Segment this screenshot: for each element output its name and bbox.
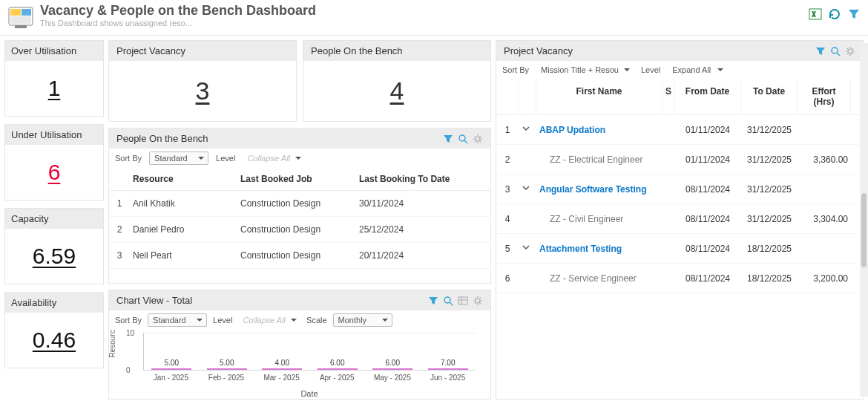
chevron-down-icon[interactable] — [522, 125, 530, 135]
row-index: 2 — [109, 217, 130, 242]
kpi-value[interactable]: 1 — [5, 61, 103, 116]
card-project-vacancy: Project Vacancy Sort By Mission Title + … — [496, 40, 864, 400]
pv-table: First Name S From Date To Date Effort (H… — [496, 79, 863, 399]
cell-from-date: 08/11/2024 — [674, 177, 741, 202]
cell-from-date: 01/11/2024 — [674, 117, 741, 143]
bar-value-label: 7.00 — [441, 359, 455, 367]
chart-bar[interactable]: 6.00 — [370, 359, 415, 370]
row-index: 4 — [496, 206, 519, 232]
kpi-column: Over Utilisation 1 Under Utilisation 6 C… — [4, 40, 104, 400]
table-row[interactable]: 3Neil PeartConstruction Design20/11/2024 — [109, 243, 490, 269]
sort-by-select[interactable]: Standard — [148, 313, 207, 327]
level-label: Level — [216, 154, 235, 163]
card-title: People On the Bench — [116, 133, 208, 144]
filter-icon[interactable] — [428, 296, 438, 306]
cell-to-date: 31/12/2025 — [741, 177, 798, 202]
search-icon[interactable] — [830, 46, 841, 56]
page-scrollbar-thumb[interactable] — [861, 193, 867, 267]
kpi-over-utilisation: Over Utilisation 1 — [4, 40, 104, 117]
kpi-value[interactable]: 0.46 — [5, 313, 103, 368]
table-row[interactable]: 2Daniel PedroConstruction Design25/12/20… — [109, 217, 490, 243]
cell-first-name[interactable]: ABAP Updation — [539, 125, 605, 135]
gear-icon[interactable] — [845, 46, 855, 56]
card-chart-view-total: Chart View - Total Sort By Standard Leve… — [108, 290, 491, 400]
table-row[interactable]: 5Attachment Testing08/11/202418/12/2025 — [496, 234, 863, 264]
kpi-label: Under Utilisation — [5, 125, 103, 145]
row-index: 3 — [109, 243, 130, 268]
card-value[interactable]: 4 — [303, 61, 490, 121]
row-index: 6 — [496, 266, 519, 291]
card-title: Project Vacancy — [504, 45, 573, 56]
table-row[interactable]: 3Angular Software Testing08/11/202431/12… — [496, 175, 863, 204]
col-first-name[interactable]: First Name — [536, 79, 662, 114]
gear-icon[interactable] — [473, 134, 483, 144]
chart-bar[interactable]: 5.00 — [149, 359, 194, 370]
table-row[interactable]: 1Anil KhatikConstruction Design30/11/202… — [109, 191, 490, 217]
chevron-down-icon[interactable] — [522, 244, 530, 254]
chart-bar[interactable]: 4.00 — [260, 359, 304, 370]
cell-from-date: 08/11/2024 — [674, 236, 741, 261]
chart-bar[interactable]: 5.00 — [205, 359, 249, 370]
chart-bar[interactable]: 6.00 — [315, 359, 360, 370]
col-to-date[interactable]: To Date — [741, 79, 798, 114]
sort-by-select[interactable]: Standard — [149, 152, 208, 165]
search-icon[interactable] — [443, 296, 453, 306]
card-value[interactable]: 3 — [109, 61, 296, 121]
row-index: 1 — [109, 191, 130, 216]
kpi-label: Capacity — [5, 209, 103, 229]
card-project-vacancy-mini: Project Vacancy 3 — [108, 40, 297, 122]
x-labels: Jan - 2025Feb - 2025Mar - 2025Apr - 2025… — [143, 374, 476, 382]
col-resource[interactable]: Resource — [130, 168, 237, 190]
table-view-icon[interactable] — [458, 296, 468, 306]
svg-rect-3 — [10, 16, 31, 24]
filter-icon[interactable] — [815, 46, 826, 56]
cell-effort-hrs: 3,360.00 — [798, 147, 851, 172]
col-from-date[interactable]: From Date — [674, 79, 741, 114]
cell-effort-hrs: 3,200.00 — [798, 266, 851, 291]
chart-bar[interactable]: 7.00 — [426, 359, 470, 370]
pv-controls: Sort By Mission Title + Resou Level Expa… — [496, 61, 863, 79]
svg-point-10 — [476, 299, 480, 303]
gear-icon[interactable] — [473, 296, 483, 306]
table-row[interactable]: 6ZZ - Service Engineer08/11/202418/12/20… — [496, 264, 863, 293]
sort-by-select[interactable]: Mission Title + Resou — [536, 64, 634, 76]
export-excel-icon[interactable] — [809, 7, 822, 21]
filter-icon[interactable] — [847, 7, 861, 21]
col-last-booked-job[interactable]: Last Booked Job — [237, 168, 356, 190]
cell-first-name[interactable]: Angular Software Testing — [539, 184, 646, 195]
svg-rect-1 — [10, 9, 21, 16]
filter-icon[interactable] — [443, 134, 453, 144]
collapse-all-select[interactable]: Collapse All — [243, 152, 305, 164]
x-tick-label: May - 2025 — [370, 374, 415, 382]
search-icon[interactable] — [458, 134, 468, 144]
table-row[interactable]: 4ZZ - Civil Engineer08/11/202431/12/2025… — [496, 204, 863, 234]
bar-value-label: 6.00 — [386, 359, 400, 367]
chevron-down-icon[interactable] — [522, 184, 530, 195]
cell-last-booking-to-date: 20/11/2024 — [356, 243, 467, 268]
collapse-all-select[interactable]: Collapse All — [238, 314, 300, 326]
col-effort-hrs[interactable]: Effort (Hrs) — [798, 79, 851, 114]
table-row[interactable]: 2ZZ - Electrical Engineer01/11/202431/12… — [496, 145, 863, 175]
cell-first-name: ZZ - Electrical Engineer — [550, 154, 642, 165]
refresh-icon[interactable] — [828, 7, 841, 21]
sort-by-label: Sort By — [502, 65, 529, 74]
cell-from-date: 08/11/2024 — [674, 206, 741, 232]
card-title: People On the Bench — [311, 45, 403, 56]
bar-value-label: 5.00 — [165, 359, 179, 367]
cell-last-booked-job: Construction Design — [237, 191, 356, 216]
kpi-value[interactable]: 6.59 — [5, 229, 103, 284]
svg-point-6 — [459, 135, 465, 141]
expand-all-select[interactable]: Expand All — [668, 64, 727, 76]
col-last-booking-to-date[interactable]: Last Booking To Date — [356, 168, 467, 190]
cell-to-date: 31/12/2025 — [741, 206, 798, 232]
svg-rect-2 — [22, 9, 31, 16]
cell-resource: Daniel Pedro — [130, 217, 237, 242]
cell-first-name[interactable]: Attachment Testing — [539, 244, 622, 254]
table-row[interactable]: 1ABAP Updation01/11/202431/12/2025 — [496, 115, 863, 145]
row-index: 3 — [496, 177, 519, 202]
scale-select[interactable]: Monthly — [333, 313, 392, 327]
kpi-value[interactable]: 6 — [5, 145, 103, 200]
cell-resource: Anil Khatik — [130, 191, 237, 216]
cell-from-date: 01/11/2024 — [674, 147, 741, 172]
page-title: Vacancy & People on the Bench Dashboard — [40, 3, 809, 19]
